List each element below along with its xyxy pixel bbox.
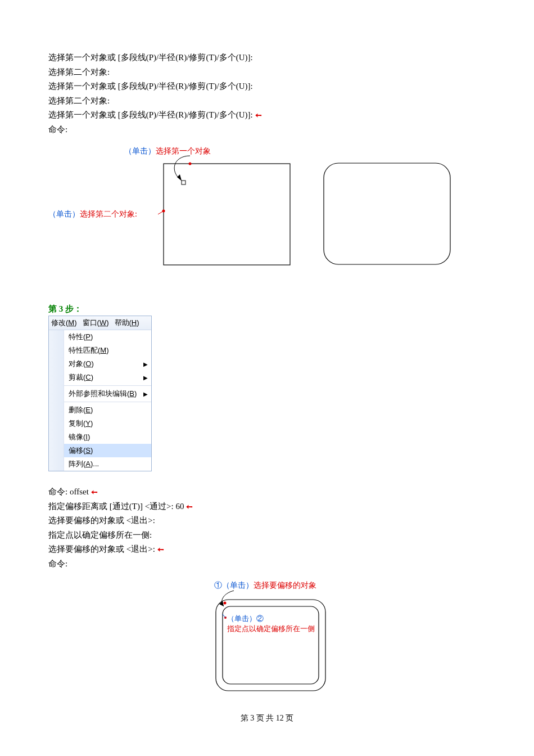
svg-text:①（单击）选择要偏移的对象: ①（单击）选择要偏移的对象 — [214, 581, 316, 590]
svg-line-17 — [223, 614, 225, 618]
svg-text:指定点以确定偏移所在一侧: 指定点以确定偏移所在一侧 — [227, 624, 315, 633]
submenu-arrow-icon: ▶ — [143, 391, 148, 397]
command-line: 选择第二个对象: — [48, 65, 486, 80]
menu-item[interactable]: 剪裁(C)▶ — [64, 371, 151, 384]
page-footer: 第 3 页 共 12 页 — [48, 713, 486, 723]
svg-rect-1 — [164, 164, 290, 265]
command-block-2: 命令: offset➚指定偏移距离或 [通过(T)] <通过>: 60➚选择要偏… — [48, 485, 486, 571]
enter-icon: ➚ — [183, 500, 197, 514]
command-line: 选择第一个对象或 [多段线(P)/半径(R)/修剪(T)/多个(U)]:➚ — [48, 108, 486, 123]
command-line: 命令: — [48, 557, 486, 572]
figure-label: 选择第二个对象: — [80, 210, 137, 218]
enter-icon: ➚ — [251, 108, 265, 122]
svg-rect-8 — [324, 163, 450, 264]
figure-offset: ①（单击）选择要偏移的对象 （单击）② 指定点以确定偏移所在一侧 — [206, 579, 486, 700]
menubar-item[interactable]: 修改(M) — [51, 318, 77, 328]
dropdown-menu: 修改(M)窗口(W)帮助(H) 特性(P)特性匹配(M)对象(O)▶剪裁(C)▶… — [48, 316, 152, 471]
command-block-1: 选择第一个对象或 [多段线(P)/半径(R)/修剪(T)/多个(U)]:选择第二… — [48, 51, 486, 137]
enter-icon: ➚ — [153, 542, 168, 556]
submenu-arrow-icon: ▶ — [143, 375, 148, 381]
enter-icon: ➚ — [87, 485, 101, 499]
menu-item[interactable]: 对象(O)▶ — [64, 357, 151, 371]
command-line: 选择第一个对象或 [多段线(P)/半径(R)/修剪(T)/多个(U)]: — [48, 51, 486, 65]
command-line: 命令: — [48, 123, 486, 137]
step-heading: 第 3 步： — [48, 304, 486, 314]
command-line: 选择第一个对象或 [多段线(P)/半径(R)/修剪(T)/多个(U)]: — [48, 79, 486, 94]
figure-row-1: （单击）选择第一个对象 （单击）选择第二个对象: — [48, 143, 486, 273]
menu-item[interactable]: 外部参照和块编辑(B)▶ — [64, 387, 151, 400]
figure-label: 选择第一个对象 — [156, 147, 211, 155]
figure-fillet-left: （单击）选择第一个对象 （单击）选择第二个对象: — [48, 143, 301, 267]
svg-point-4 — [189, 163, 192, 165]
command-line: 选择要偏移的对象或 <退出>: — [48, 514, 486, 528]
menu-items: 特性(P)特性匹配(M)对象(O)▶剪裁(C)▶外部参照和块编辑(B)▶删除(E… — [64, 330, 151, 471]
click-prefix: ①（单击） — [214, 581, 254, 590]
submenu-arrow-icon: ▶ — [143, 361, 148, 367]
figure-rounded-rect — [318, 160, 459, 273]
svg-text:（单击）选择第一个对象: （单击）选择第一个对象 — [124, 147, 211, 155]
menu-item[interactable]: 镜像(I) — [64, 430, 151, 444]
command-line: 选择要偏移的对象或 <退出>:➚ — [48, 542, 486, 557]
menu-item[interactable]: 删除(E) — [64, 403, 151, 417]
svg-line-7 — [158, 211, 164, 214]
menu-item[interactable]: 特性匹配(M) — [64, 344, 151, 357]
click-prefix: （单击） — [48, 210, 80, 218]
menu-bar: 修改(M)窗口(W)帮助(H) — [49, 316, 151, 330]
figure-label: 选择要偏移的对象 — [254, 581, 316, 590]
svg-rect-2 — [182, 181, 185, 184]
menu-separator — [64, 385, 151, 386]
command-line: 命令: offset➚ — [48, 485, 486, 500]
command-line: 选择第二个对象: — [48, 94, 486, 109]
menubar-item[interactable]: 帮助(H) — [115, 318, 139, 328]
command-line: 指定偏移距离或 [通过(T)] <通过>: 60➚ — [48, 500, 486, 514]
svg-rect-11 — [216, 600, 325, 691]
menubar-item[interactable]: 窗口(W) — [83, 318, 109, 328]
menu-item[interactable]: 复制(Y) — [64, 417, 151, 430]
menu-item[interactable]: 阵列(A)... — [64, 457, 151, 471]
menu-gutter — [49, 330, 64, 471]
svg-marker-3 — [177, 174, 182, 181]
document-page: 选择第一个对象或 [多段线(P)/半径(R)/修剪(T)/多个(U)]:选择第二… — [0, 0, 534, 740]
svg-text:（单击）②: （单击）② — [227, 614, 264, 623]
menu-separator — [64, 402, 151, 402]
menu-item[interactable]: 特性(P) — [64, 330, 151, 344]
svg-point-13 — [224, 602, 227, 605]
svg-text:（单击）选择第二个对象:: （单击）选择第二个对象: — [48, 210, 137, 218]
menu-item[interactable]: 偏移(S) — [64, 444, 151, 457]
command-line: 指定点以确定偏移所在一侧: — [48, 528, 486, 543]
click-prefix: （单击） — [124, 147, 156, 155]
